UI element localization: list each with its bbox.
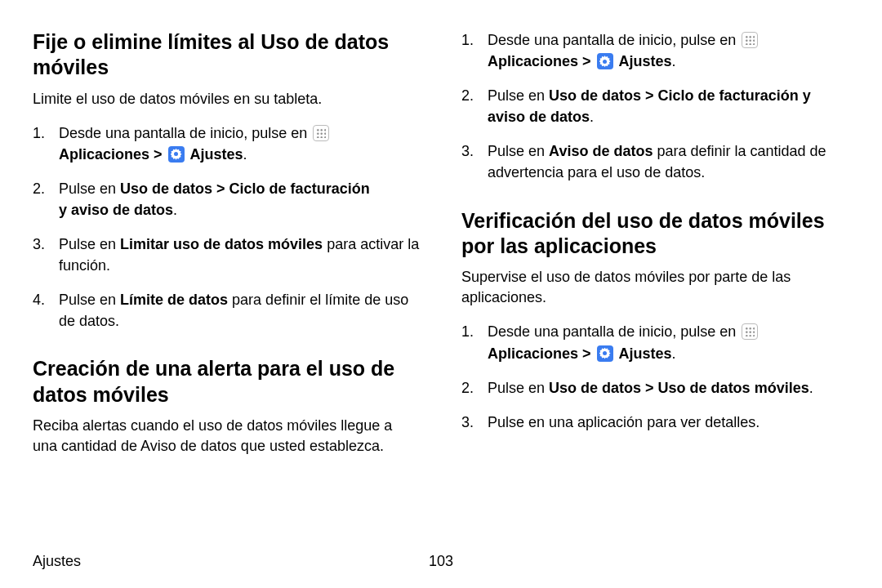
step-text: . [809,380,813,396]
step-bold: Límite de datos [120,292,228,308]
step-bold: Uso de datos [549,87,641,104]
step-bold: Aplicaciones [488,345,578,362]
step-bold: Aplicaciones [59,146,149,163]
footer-section: Ajustes [33,553,81,570]
step-bold: Ajustes [619,53,672,69]
step-bold: Aviso de datos [549,143,653,159]
step-text: Pulse en una aplicación para ver detalle… [488,414,760,430]
footer-page-number: 103 [429,553,453,570]
step-bold: > [149,146,167,163]
list-item: Desde una pantalla de inicio, pulse en A… [461,29,849,72]
step-text: Pulse en [59,180,120,197]
apps-icon [742,32,758,48]
list-item: Desde una pantalla de inicio, pulse en A… [33,122,421,165]
intro-create-alert: Reciba alertas cuando el uso de datos mó… [33,416,421,457]
step-text: Pulse en [488,87,549,104]
page-footer: Ajustes 103 [33,553,849,570]
step-bold: Ajustes [190,146,243,163]
step-bold: Uso de datos móviles [658,380,809,396]
step-text: Desde una pantalla de inicio, pulse en [488,32,740,48]
step-text: Pulse en [488,380,549,396]
step-text: . [173,202,177,218]
step-bold: > [212,180,229,197]
heading-verify-usage: Verificación del uso de datos móviles po… [461,208,849,260]
left-column: Fije o elimine límites al Uso de datos m… [33,29,421,470]
list-item: Pulse en Limitar uso de datos móviles pa… [33,234,421,276]
step-bold: Uso de datos [120,180,212,197]
step-text: . [590,109,594,125]
step-bold: > [578,345,595,362]
apps-icon [313,125,329,141]
settings-icon [597,345,613,362]
list-item: Pulse en una aplicación para ver detalle… [461,412,849,433]
steps-create-alert: Desde una pantalla de inicio, pulse en A… [461,29,849,184]
intro-verify-usage: Supervise el uso de datos móviles por pa… [461,267,849,308]
step-text: . [672,53,676,69]
step-text: Desde una pantalla de inicio, pulse en [488,323,740,340]
step-bold: > [641,380,658,396]
heading-set-limits: Fije o elimine límites al Uso de datos m… [33,29,421,81]
list-item: Pulse en Uso de datos > Ciclo de factura… [33,178,421,220]
steps-verify-usage: Desde una pantalla de inicio, pulse en A… [461,321,849,432]
step-text: . [672,345,676,362]
step-text: Pulse en [59,236,120,252]
step-bold: Limitar uso de datos móviles [120,236,323,252]
list-item: Pulse en Uso de datos > Ciclo de factura… [461,85,849,127]
settings-icon [168,146,185,163]
heading-create-alert: Creación de una alerta para el uso de da… [33,356,421,408]
list-item: Pulse en Límite de datos para definir el… [33,289,421,332]
step-bold: > [641,87,658,104]
right-column: Desde una pantalla de inicio, pulse en A… [461,29,849,470]
list-item: Desde una pantalla de inicio, pulse en A… [461,321,849,363]
step-text: Desde una pantalla de inicio, pulse en [59,125,311,141]
step-bold: Ajustes [619,345,672,362]
step-bold: > [578,53,595,69]
list-item: Pulse en Uso de datos > Uso de datos móv… [461,377,849,399]
step-bold: Uso de datos [549,380,641,396]
step-text: Pulse en [59,292,120,308]
steps-set-limits: Desde una pantalla de inicio, pulse en A… [33,122,421,332]
list-item: Pulse en Aviso de datos para definir la … [461,140,849,183]
apps-icon [742,323,758,340]
step-text: . [243,146,247,163]
settings-icon [597,53,613,69]
step-text: Pulse en [488,143,549,159]
step-bold: Aplicaciones [488,53,578,69]
intro-set-limits: Limite el uso de datos móviles en su tab… [33,89,421,109]
